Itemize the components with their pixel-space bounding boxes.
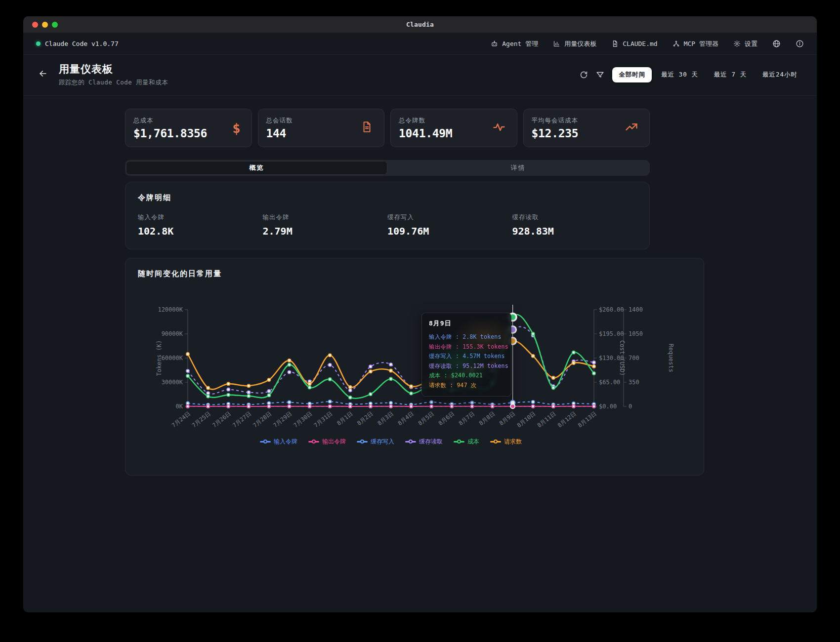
svg-text:8月9日: 8月9日 — [498, 410, 517, 427]
app-window: Claudia Claude Code v1.0.77 Agent 管理用量仪表… — [23, 16, 817, 612]
legend-marker-icon — [260, 441, 271, 442]
top-navigation: Claude Code v1.0.77 Agent 管理用量仪表板CLAUDE.… — [23, 33, 817, 55]
page-header: 用量仪表板 跟踪您的 Claude Code 用量和成本 全部时间最近 30 天… — [23, 55, 817, 96]
filter-icon — [596, 71, 604, 79]
svg-text:0K: 0K — [176, 403, 183, 410]
token-item-value: 928.83M — [512, 225, 637, 237]
svg-text:$260.00: $260.00 — [599, 306, 624, 313]
legend-marker-icon — [454, 441, 464, 442]
svg-text:Requests: Requests — [668, 344, 674, 372]
nav-item-3[interactable]: MCP 管理器 — [672, 40, 718, 48]
legend-item-3[interactable]: 缓存读取 — [405, 438, 443, 446]
tab-details[interactable]: 详情 — [387, 161, 649, 175]
stat-cards-row: 总成本 $1,761.8356$总会话数 144总令牌数 1041.49M平均每… — [125, 109, 650, 147]
zoom-button[interactable] — [52, 22, 58, 28]
stat-card-0: 总成本 $1,761.8356$ — [125, 109, 252, 147]
stat-card-label: 平均每会话成本 — [532, 117, 579, 125]
svg-text:Tokens (K): Tokens (K) — [156, 340, 163, 376]
globe-icon — [772, 40, 781, 48]
svg-text:Cost (USD): Cost (USD) — [619, 340, 626, 376]
tooltip-row: 缓存写入 : 4.57M tokens — [429, 352, 504, 361]
svg-text:8月2日: 8月2日 — [356, 410, 375, 427]
token-breakdown-item-1: 输出令牌 2.79M — [263, 213, 388, 237]
stat-card-value: 1041.49M — [399, 127, 452, 140]
info-button[interactable] — [796, 40, 804, 48]
filter-button[interactable] — [596, 71, 604, 79]
token-breakdown-item-3: 缓存读取 928.83M — [512, 213, 637, 237]
chart-tooltip: 8月9日 输入令牌 : 2.8K tokens输出令牌 : 155.3K tok… — [421, 313, 511, 397]
nav-items: Agent 管理用量仪表板CLAUDE.mdMCP 管理器设置 — [491, 40, 804, 48]
chart-title: 随时间变化的日常用量 — [138, 269, 691, 279]
svg-text:8月13日: 8月13日 — [577, 410, 598, 429]
nav-item-1[interactable]: 用量仪表板 — [553, 40, 596, 48]
token-item-label: 缓存读取 — [512, 213, 637, 222]
time-range-button-2[interactable]: 最近 7 天 — [708, 67, 753, 82]
svg-text:30000K: 30000K — [162, 379, 183, 386]
time-range-button-3[interactable]: 最近24小时 — [756, 67, 804, 82]
svg-text:$65.00: $65.00 — [599, 379, 620, 386]
activity-icon — [492, 120, 506, 136]
svg-text:350: 350 — [629, 379, 639, 386]
highlight-point-输出令牌 — [510, 404, 515, 408]
stat-card-2: 总令牌数 1041.49M — [390, 109, 517, 147]
time-range-button-1[interactable]: 最近 30 天 — [655, 67, 705, 82]
tooltip-row: 成本 : $240.0021 — [429, 371, 504, 381]
stat-card-value: 144 — [266, 127, 293, 140]
svg-text:8月4日: 8月4日 — [396, 410, 415, 427]
token-item-label: 缓存写入 — [387, 213, 512, 222]
time-range-button-0[interactable]: 全部时间 — [612, 67, 652, 82]
close-button[interactable] — [32, 22, 38, 28]
gear-icon — [733, 40, 741, 47]
chart-area[interactable]: 0K30000K60000K90000K120000K$0.00$65.00$1… — [126, 281, 704, 438]
svg-text:90000K: 90000K — [162, 330, 183, 337]
svg-text:8月11日: 8月11日 — [536, 410, 557, 429]
refresh-icon — [580, 71, 588, 79]
chart-legend: 输入令牌输出令牌缓存写入缓存读取成本请求数 — [188, 438, 594, 446]
svg-text:7月25日: 7月25日 — [191, 410, 212, 429]
minimize-button[interactable] — [42, 22, 48, 28]
tabs: 概览详情 — [125, 160, 650, 176]
svg-text:0: 0 — [629, 403, 632, 410]
titlebar: Claudia — [23, 16, 817, 33]
legend-item-0[interactable]: 输入令牌 — [260, 438, 297, 446]
nav-item-label: MCP 管理器 — [684, 40, 718, 48]
legend-marker-icon — [308, 441, 319, 442]
traffic-lights — [32, 22, 58, 28]
legend-label: 输入令牌 — [274, 438, 297, 446]
nav-item-4[interactable]: 设置 — [733, 40, 757, 48]
svg-text:8月3日: 8月3日 — [376, 410, 395, 427]
svg-text:7月26日: 7月26日 — [211, 410, 232, 429]
refresh-button[interactable] — [580, 71, 588, 79]
back-button[interactable] — [36, 67, 50, 82]
svg-text:7月29日: 7月29日 — [272, 410, 293, 429]
header-toolbar: 全部时间最近 30 天最近 7 天最近24小时 — [580, 67, 804, 82]
time-range-group: 全部时间最近 30 天最近 7 天最近24小时 — [612, 67, 804, 82]
legend-item-2[interactable]: 缓存写入 — [357, 438, 394, 446]
globe-button[interactable] — [772, 40, 781, 48]
stat-card-1: 总会话数 144 — [258, 109, 385, 147]
legend-item-1[interactable]: 输出令牌 — [308, 438, 346, 446]
tooltip-row: 输入令牌 : 2.8K tokens — [429, 332, 504, 342]
svg-text:8月1日: 8月1日 — [336, 410, 354, 427]
legend-label: 成本 — [467, 438, 479, 446]
legend-label: 请求数 — [504, 438, 522, 446]
network-icon — [672, 40, 680, 47]
nav-item-label: Agent 管理 — [502, 40, 538, 48]
legend-item-4[interactable]: 成本 — [454, 438, 479, 446]
svg-text:$195.00: $195.00 — [599, 330, 624, 337]
svg-text:8月8日: 8月8日 — [478, 410, 497, 427]
nav-item-2[interactable]: CLAUDE.md — [611, 40, 657, 47]
token-breakdown-item-2: 缓存写入 109.76M — [387, 213, 512, 237]
legend-item-5[interactable]: 请求数 — [490, 438, 522, 446]
brand: Claude Code v1.0.77 — [36, 40, 119, 47]
svg-text:7月27日: 7月27日 — [231, 410, 252, 429]
token-item-label: 输入令牌 — [138, 213, 263, 222]
svg-text:7月28日: 7月28日 — [252, 410, 273, 429]
nav-item-0[interactable]: Agent 管理 — [491, 40, 538, 48]
svg-text:$0.00: $0.00 — [599, 403, 617, 410]
token-item-label: 输出令牌 — [263, 213, 388, 222]
token-item-value: 2.79M — [263, 225, 388, 237]
nav-item-label: 设置 — [745, 40, 757, 48]
stat-card-value: $12.235 — [532, 127, 579, 140]
tab-overview[interactable]: 概览 — [126, 161, 387, 175]
